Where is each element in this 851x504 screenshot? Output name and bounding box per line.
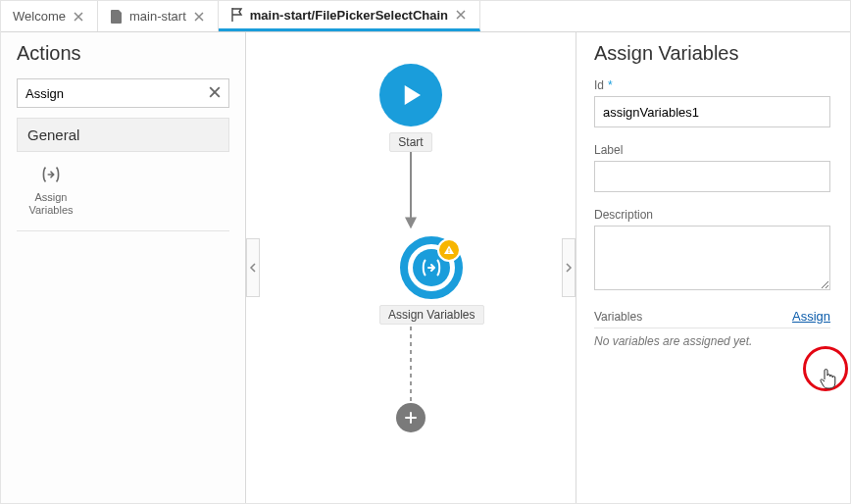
node-label: Start xyxy=(389,132,431,152)
node-label: Assign Variables xyxy=(379,305,484,325)
properties-panel: Assign Variables Id * Label Description … xyxy=(576,32,850,503)
actions-palette: Assign Variables xyxy=(17,162,229,217)
field-description: Description xyxy=(594,208,830,293)
label-input[interactable] xyxy=(594,161,830,192)
label-label: Label xyxy=(594,143,830,157)
file-icon xyxy=(110,10,124,24)
actions-search xyxy=(17,78,229,108)
warning-badge-icon xyxy=(437,238,461,262)
description-input[interactable] xyxy=(594,226,830,290)
id-label: Id * xyxy=(594,78,830,92)
required-indicator: * xyxy=(608,78,613,92)
close-icon[interactable] xyxy=(72,10,85,24)
clear-search-icon[interactable] xyxy=(206,83,224,101)
field-id: Id * xyxy=(594,78,830,127)
tab-label: main-start/FilePickerSelectChain xyxy=(250,8,448,23)
pointer-cursor-icon xyxy=(819,368,836,389)
assign-variables-icon xyxy=(38,162,64,187)
flag-icon xyxy=(230,8,244,22)
id-input[interactable] xyxy=(594,96,830,127)
properties-title: Assign Variables xyxy=(594,42,830,65)
app-root: Welcome main-start main-start/FilePicker… xyxy=(0,0,851,504)
action-chain-canvas[interactable]: Start Assign Variables xyxy=(246,32,576,503)
actions-title: Actions xyxy=(1,32,245,78)
tab-main-start[interactable]: main-start xyxy=(98,1,219,31)
body: Actions General Assign Variables xyxy=(1,32,850,503)
close-icon[interactable] xyxy=(192,10,206,24)
tab-action-chain[interactable]: main-start/FilePickerSelectChain xyxy=(219,1,480,31)
start-node-icon xyxy=(379,64,442,126)
svg-rect-2 xyxy=(449,249,450,252)
description-label: Description xyxy=(594,208,830,222)
tab-welcome[interactable]: Welcome xyxy=(1,1,98,31)
tab-label: main-start xyxy=(129,9,186,24)
palette-item-label: Assign Variables xyxy=(28,191,73,217)
node-assign-variables[interactable]: Assign Variables xyxy=(379,236,484,325)
collapse-left-icon[interactable] xyxy=(246,238,260,297)
tab-label: Welcome xyxy=(13,9,66,24)
variables-header: Variables Assign xyxy=(594,309,830,328)
svg-rect-3 xyxy=(449,252,450,253)
group-general[interactable]: General xyxy=(17,118,229,152)
plus-icon xyxy=(396,403,426,432)
variables-empty-text: No variables are assigned yet. xyxy=(594,334,830,348)
tab-bar: Welcome main-start main-start/FilePicker… xyxy=(1,1,850,32)
label-text: Id xyxy=(594,78,604,92)
divider xyxy=(17,230,229,231)
highlight-ring xyxy=(803,346,848,391)
variables-label: Variables xyxy=(594,310,642,324)
assign-link[interactable]: Assign xyxy=(792,309,830,324)
palette-assign-variables[interactable]: Assign Variables xyxy=(17,162,85,217)
collapse-right-icon[interactable] xyxy=(562,238,576,297)
assign-node-circle xyxy=(400,236,463,299)
add-action-node[interactable] xyxy=(396,403,426,432)
node-start[interactable]: Start xyxy=(379,64,442,152)
search-input[interactable] xyxy=(17,78,229,108)
field-label: Label xyxy=(594,143,830,192)
actions-panel: Actions General Assign Variables xyxy=(1,32,246,503)
close-icon[interactable] xyxy=(454,8,468,22)
